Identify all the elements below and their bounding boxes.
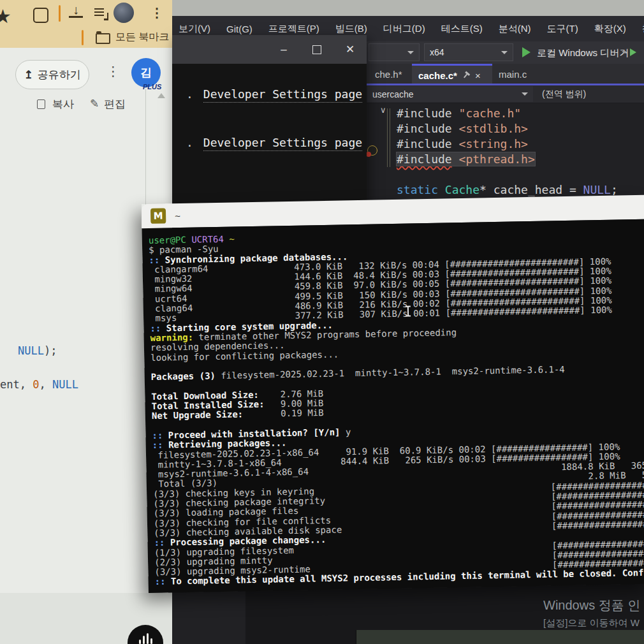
content-divider: [145, 89, 146, 205]
download-icon[interactable]: ↓: [69, 4, 83, 20]
popup-titlebar[interactable]: – ✕: [172, 35, 367, 64]
scope-dropdown[interactable]: (전역 범위): [536, 86, 643, 102]
voice-widget-button[interactable]: [128, 625, 163, 644]
chevron-down-icon: [622, 51, 627, 54]
debug-button[interactable]: 로컬 Windows 디버거: [537, 47, 629, 59]
menu-item[interactable]: 도구(T): [546, 23, 578, 35]
menu-item[interactable]: 빌드(B): [335, 23, 367, 35]
menu-item[interactable]: 창(W): [642, 23, 644, 35]
folder-icon: [96, 33, 110, 44]
minimize-button[interactable]: –: [267, 35, 300, 64]
code-line: [397, 167, 644, 182]
link-text[interactable]: Developer Settings page: [203, 87, 362, 103]
fold-arrow-icon[interactable]: ∨: [380, 105, 386, 115]
browser-profile-avatar[interactable]: [113, 3, 134, 23]
browser-menu-icon[interactable]: ⋮: [150, 5, 163, 20]
share-icon: ↥: [24, 68, 33, 82]
vs-navigation-bar: usercache (전역 범위): [367, 85, 644, 103]
terminal-output[interactable]: user@PC UCRT64 ~$ pacman -Syu:: Synchron…: [142, 219, 644, 593]
page-more-icon[interactable]: ⋮: [106, 64, 120, 79]
chevron-down-icon: [501, 51, 508, 54]
window-edge-strip: [356, 630, 644, 644]
menu-item[interactable]: 프로젝트(P): [268, 23, 319, 35]
chevron-down-icon: [407, 51, 414, 54]
chevron-down-icon: [522, 92, 528, 96]
vs-titlebar-glare: [172, 0, 644, 16]
star-icon: ★: [0, 5, 11, 27]
list-item[interactable]: .Developer Settings page: [186, 136, 362, 151]
extension-icon[interactable]: [33, 8, 48, 23]
bookmark-divider: [82, 30, 84, 45]
code-line: #include "cache.h": [397, 106, 644, 121]
terminal-lines: user@PC UCRT64 ~$ pacman -Syu:: Synchron…: [149, 227, 644, 587]
edit-pencil-icon: ✎: [90, 97, 99, 110]
configuration-dropdown[interactable]: [369, 43, 420, 61]
msys2-icon: M: [150, 208, 166, 223]
terminal-title: ~: [175, 210, 180, 221]
symbol-dropdown[interactable]: usercache: [367, 86, 533, 102]
code-line: #include <string.h>: [397, 136, 644, 152]
platform-value: x64: [430, 47, 444, 57]
page-code-snippet: ent, 0, NULL: [0, 378, 78, 391]
share-label: 공유하기: [38, 68, 81, 82]
mintty-terminal-window: M ~ user@PC UCRT64 ~$ pacman -Syu:: Sync…: [142, 195, 644, 593]
editor-tab[interactable]: main.c: [492, 64, 539, 85]
watermark-line2: [설정]으로 이동하여 W: [543, 617, 644, 629]
close-tab-icon[interactable]: ×: [475, 70, 481, 81]
tab-label: che.h*: [375, 69, 402, 80]
pin-icon[interactable]: [462, 71, 471, 80]
bullet: .: [186, 136, 193, 149]
copy-button[interactable]: 복사: [52, 97, 74, 112]
download-arrow: ↓: [69, 4, 83, 15]
windows-activation-watermark: Windows 정품 인 [설정]으로 이동하여 W: [543, 597, 644, 629]
menu-item[interactable]: Git(G): [226, 24, 252, 34]
list-item[interactable]: .Developer Settings page: [186, 87, 362, 103]
diagnostic-error-icon[interactable]: [367, 145, 377, 156]
menu-item[interactable]: 분석(N): [499, 23, 531, 35]
scope-value: (전역 범위): [542, 89, 586, 100]
start-without-debug-icon[interactable]: [629, 47, 638, 57]
scroll-up-arrow[interactable]: [157, 93, 165, 98]
share-button[interactable]: ↥ 공유하기: [15, 60, 89, 89]
text-cursor-ibeam: [407, 307, 409, 316]
browser-toolbar: ★ ↓ ⋮ 모든 북마크: [0, 0, 172, 48]
menu-item[interactable]: 확장(X): [594, 23, 626, 35]
symbol-value: usercache: [372, 89, 414, 99]
tab-label: main.c: [499, 69, 527, 80]
copy-icon: [37, 99, 45, 109]
page-code-snippet: NULL);: [18, 344, 57, 357]
watermark-line1: Windows 정품 인: [543, 597, 644, 614]
bullet: .: [186, 87, 193, 101]
editor-tab[interactable]: cache.c*×: [412, 64, 492, 85]
platform-dropdown[interactable]: x64: [424, 43, 513, 61]
tab-label: cache.c*: [418, 70, 457, 81]
menu-item[interactable]: 테스트(S): [441, 23, 483, 35]
all-bookmarks-label[interactable]: 모든 북마크: [115, 31, 169, 44]
maximize-button[interactable]: [300, 35, 333, 64]
editor-tab[interactable]: che.h*: [369, 64, 412, 85]
code-line: #include <stdlib.h>: [397, 121, 644, 136]
indent-guide: [387, 108, 388, 167]
menu-item[interactable]: 보기(V): [179, 23, 210, 35]
popup-link-list: .Developer Settings page.Developer Setti…: [186, 87, 362, 184]
playlist-icon[interactable]: [94, 6, 108, 20]
menu-item[interactable]: 디버그(D): [383, 23, 425, 35]
close-button[interactable]: ✕: [333, 35, 367, 64]
developer-settings-window: – ✕ .Developer Settings page.Developer S…: [172, 35, 367, 206]
toolbar-divider: [59, 5, 61, 22]
edit-button[interactable]: 편집: [104, 97, 126, 112]
start-debug-icon[interactable]: [522, 47, 531, 57]
code-line: #include <pthread.h>: [397, 152, 644, 167]
link-text[interactable]: Developer Settings page: [203, 136, 362, 151]
indent-guide: [390, 108, 390, 167]
